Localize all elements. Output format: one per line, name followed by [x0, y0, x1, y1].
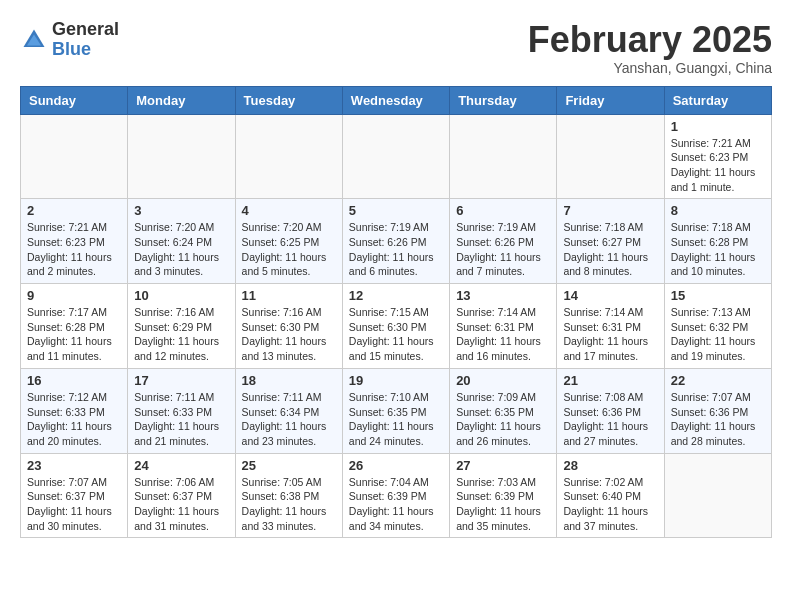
day-info: Sunrise: 7:15 AM Sunset: 6:30 PM Dayligh… [349, 305, 443, 364]
calendar-cell [21, 114, 128, 199]
calendar-cell: 28Sunrise: 7:02 AM Sunset: 6:40 PM Dayli… [557, 453, 664, 538]
day-number: 8 [671, 203, 765, 218]
page-header: General Blue February 2025 Yanshan, Guan… [20, 20, 772, 76]
day-info: Sunrise: 7:08 AM Sunset: 6:36 PM Dayligh… [563, 390, 657, 449]
calendar-cell: 7Sunrise: 7:18 AM Sunset: 6:27 PM Daylig… [557, 199, 664, 284]
day-info: Sunrise: 7:16 AM Sunset: 6:29 PM Dayligh… [134, 305, 228, 364]
calendar-week-4: 16Sunrise: 7:12 AM Sunset: 6:33 PM Dayli… [21, 368, 772, 453]
calendar-cell: 5Sunrise: 7:19 AM Sunset: 6:26 PM Daylig… [342, 199, 449, 284]
calendar-cell: 4Sunrise: 7:20 AM Sunset: 6:25 PM Daylig… [235, 199, 342, 284]
calendar-cell: 10Sunrise: 7:16 AM Sunset: 6:29 PM Dayli… [128, 284, 235, 369]
calendar-week-5: 23Sunrise: 7:07 AM Sunset: 6:37 PM Dayli… [21, 453, 772, 538]
day-number: 26 [349, 458, 443, 473]
month-title: February 2025 [528, 20, 772, 60]
calendar-cell: 3Sunrise: 7:20 AM Sunset: 6:24 PM Daylig… [128, 199, 235, 284]
day-number: 18 [242, 373, 336, 388]
day-info: Sunrise: 7:11 AM Sunset: 6:34 PM Dayligh… [242, 390, 336, 449]
logo-icon [20, 26, 48, 54]
calendar-cell: 26Sunrise: 7:04 AM Sunset: 6:39 PM Dayli… [342, 453, 449, 538]
weekday-header-saturday: Saturday [664, 86, 771, 114]
day-info: Sunrise: 7:05 AM Sunset: 6:38 PM Dayligh… [242, 475, 336, 534]
calendar-cell: 25Sunrise: 7:05 AM Sunset: 6:38 PM Dayli… [235, 453, 342, 538]
calendar-cell: 9Sunrise: 7:17 AM Sunset: 6:28 PM Daylig… [21, 284, 128, 369]
day-info: Sunrise: 7:09 AM Sunset: 6:35 PM Dayligh… [456, 390, 550, 449]
calendar-cell: 13Sunrise: 7:14 AM Sunset: 6:31 PM Dayli… [450, 284, 557, 369]
logo-blue: Blue [52, 39, 91, 59]
calendar-cell: 1Sunrise: 7:21 AM Sunset: 6:23 PM Daylig… [664, 114, 771, 199]
day-info: Sunrise: 7:17 AM Sunset: 6:28 PM Dayligh… [27, 305, 121, 364]
calendar-cell: 12Sunrise: 7:15 AM Sunset: 6:30 PM Dayli… [342, 284, 449, 369]
day-number: 5 [349, 203, 443, 218]
calendar-cell: 24Sunrise: 7:06 AM Sunset: 6:37 PM Dayli… [128, 453, 235, 538]
day-info: Sunrise: 7:16 AM Sunset: 6:30 PM Dayligh… [242, 305, 336, 364]
calendar-cell: 6Sunrise: 7:19 AM Sunset: 6:26 PM Daylig… [450, 199, 557, 284]
weekday-header-tuesday: Tuesday [235, 86, 342, 114]
calendar-cell: 11Sunrise: 7:16 AM Sunset: 6:30 PM Dayli… [235, 284, 342, 369]
calendar-cell: 23Sunrise: 7:07 AM Sunset: 6:37 PM Dayli… [21, 453, 128, 538]
day-info: Sunrise: 7:18 AM Sunset: 6:27 PM Dayligh… [563, 220, 657, 279]
day-number: 16 [27, 373, 121, 388]
calendar-week-1: 1Sunrise: 7:21 AM Sunset: 6:23 PM Daylig… [21, 114, 772, 199]
weekday-header-sunday: Sunday [21, 86, 128, 114]
day-number: 15 [671, 288, 765, 303]
day-info: Sunrise: 7:20 AM Sunset: 6:25 PM Dayligh… [242, 220, 336, 279]
day-number: 12 [349, 288, 443, 303]
day-info: Sunrise: 7:02 AM Sunset: 6:40 PM Dayligh… [563, 475, 657, 534]
weekday-header-row: SundayMondayTuesdayWednesdayThursdayFrid… [21, 86, 772, 114]
day-number: 13 [456, 288, 550, 303]
weekday-header-monday: Monday [128, 86, 235, 114]
day-number: 3 [134, 203, 228, 218]
calendar-cell: 14Sunrise: 7:14 AM Sunset: 6:31 PM Dayli… [557, 284, 664, 369]
day-number: 23 [27, 458, 121, 473]
calendar-cell: 8Sunrise: 7:18 AM Sunset: 6:28 PM Daylig… [664, 199, 771, 284]
day-number: 6 [456, 203, 550, 218]
calendar-cell [128, 114, 235, 199]
calendar-cell [342, 114, 449, 199]
calendar-cell: 19Sunrise: 7:10 AM Sunset: 6:35 PM Dayli… [342, 368, 449, 453]
calendar-cell: 20Sunrise: 7:09 AM Sunset: 6:35 PM Dayli… [450, 368, 557, 453]
calendar-cell [664, 453, 771, 538]
logo-general: General [52, 19, 119, 39]
day-info: Sunrise: 7:14 AM Sunset: 6:31 PM Dayligh… [456, 305, 550, 364]
day-number: 20 [456, 373, 550, 388]
weekday-header-thursday: Thursday [450, 86, 557, 114]
calendar-cell: 2Sunrise: 7:21 AM Sunset: 6:23 PM Daylig… [21, 199, 128, 284]
day-info: Sunrise: 7:21 AM Sunset: 6:23 PM Dayligh… [671, 136, 765, 195]
day-number: 1 [671, 119, 765, 134]
calendar-week-3: 9Sunrise: 7:17 AM Sunset: 6:28 PM Daylig… [21, 284, 772, 369]
day-number: 17 [134, 373, 228, 388]
calendar-cell: 15Sunrise: 7:13 AM Sunset: 6:32 PM Dayli… [664, 284, 771, 369]
day-number: 7 [563, 203, 657, 218]
day-number: 22 [671, 373, 765, 388]
day-info: Sunrise: 7:03 AM Sunset: 6:39 PM Dayligh… [456, 475, 550, 534]
day-number: 25 [242, 458, 336, 473]
calendar-cell [557, 114, 664, 199]
calendar-cell [235, 114, 342, 199]
day-number: 9 [27, 288, 121, 303]
location-subtitle: Yanshan, Guangxi, China [528, 60, 772, 76]
calendar-cell: 21Sunrise: 7:08 AM Sunset: 6:36 PM Dayli… [557, 368, 664, 453]
calendar-cell: 27Sunrise: 7:03 AM Sunset: 6:39 PM Dayli… [450, 453, 557, 538]
day-number: 11 [242, 288, 336, 303]
day-info: Sunrise: 7:20 AM Sunset: 6:24 PM Dayligh… [134, 220, 228, 279]
day-number: 10 [134, 288, 228, 303]
day-number: 24 [134, 458, 228, 473]
day-number: 28 [563, 458, 657, 473]
calendar-table: SundayMondayTuesdayWednesdayThursdayFrid… [20, 86, 772, 539]
calendar-cell: 16Sunrise: 7:12 AM Sunset: 6:33 PM Dayli… [21, 368, 128, 453]
title-block: February 2025 Yanshan, Guangxi, China [528, 20, 772, 76]
calendar-cell: 18Sunrise: 7:11 AM Sunset: 6:34 PM Dayli… [235, 368, 342, 453]
day-number: 27 [456, 458, 550, 473]
day-info: Sunrise: 7:14 AM Sunset: 6:31 PM Dayligh… [563, 305, 657, 364]
logo-text: General Blue [52, 20, 119, 60]
logo: General Blue [20, 20, 119, 60]
weekday-header-wednesday: Wednesday [342, 86, 449, 114]
day-info: Sunrise: 7:07 AM Sunset: 6:36 PM Dayligh… [671, 390, 765, 449]
day-info: Sunrise: 7:13 AM Sunset: 6:32 PM Dayligh… [671, 305, 765, 364]
calendar-cell [450, 114, 557, 199]
day-number: 21 [563, 373, 657, 388]
day-info: Sunrise: 7:19 AM Sunset: 6:26 PM Dayligh… [456, 220, 550, 279]
day-number: 14 [563, 288, 657, 303]
day-info: Sunrise: 7:06 AM Sunset: 6:37 PM Dayligh… [134, 475, 228, 534]
day-info: Sunrise: 7:18 AM Sunset: 6:28 PM Dayligh… [671, 220, 765, 279]
